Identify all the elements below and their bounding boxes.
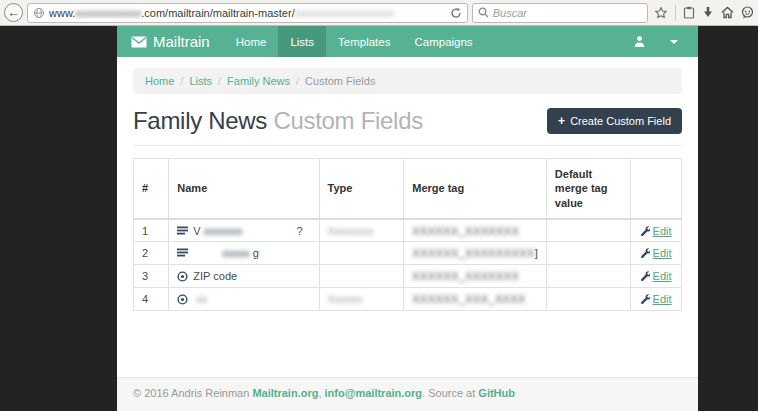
merge-tag-cell: XXXXXX_XXX_XXXX xyxy=(404,288,547,311)
nav-item-templates[interactable]: Templates xyxy=(326,26,402,57)
col-header-num: # xyxy=(134,159,169,219)
field-name-visible: ZIP code xyxy=(193,270,237,282)
table-row: 4 xx Xxxxxx XXXXX xyxy=(134,288,682,311)
footer-copyright: © 2016 Andris Reinman xyxy=(133,387,252,399)
footer-text: . Source at xyxy=(422,387,478,399)
search-bar[interactable] xyxy=(472,3,648,23)
user-icon xyxy=(633,35,646,48)
wrench-icon xyxy=(639,293,650,304)
merge-tag-blurred: XXXXXX_XXXXXXX xyxy=(412,225,519,237)
home-icon[interactable] xyxy=(721,6,734,19)
row-number: 1 xyxy=(134,219,169,242)
email-link[interactable]: info@mailtrain.org xyxy=(325,387,423,399)
back-button[interactable]: ← xyxy=(4,3,23,22)
plus-icon: + xyxy=(558,115,565,127)
chat-icon[interactable] xyxy=(741,6,754,19)
url-file-blurred: xxxxxxxxxxxxxxxxxx xyxy=(295,7,394,19)
breadcrumb-lists[interactable]: Lists xyxy=(189,75,212,87)
nav-item-home[interactable]: Home xyxy=(224,26,279,57)
list-icon xyxy=(177,226,188,236)
field-name-trailing: ? xyxy=(296,225,302,237)
globe-icon xyxy=(33,7,45,19)
type-blurred: Xxxxxx xyxy=(328,293,363,305)
list-icon xyxy=(177,248,188,258)
edit-link[interactable]: Edit xyxy=(653,270,672,282)
screen: ← www.xxxxxxxxxxxx.com/mailtrain/mailtra… xyxy=(0,0,758,411)
reload-icon[interactable] xyxy=(450,7,462,19)
name-cell: xx xyxy=(169,288,319,311)
page-subtitle: Custom Fields xyxy=(273,107,422,134)
record-icon xyxy=(177,294,188,305)
type-cell: Xxxxxxxx xyxy=(319,219,404,242)
page-header: Family News Custom Fields + Create Custo… xyxy=(133,107,682,135)
table-row: 3 ZIP code XXXXX xyxy=(134,265,682,288)
download-icon[interactable] xyxy=(702,6,714,19)
record-icon xyxy=(177,271,188,282)
merge-tag-cell: XXXXXX_XXXXXXXXX] xyxy=(404,242,547,265)
field-name-blurred: xx xyxy=(196,293,207,305)
user-menu[interactable] xyxy=(621,26,658,57)
col-header-name: Name xyxy=(169,159,319,219)
url-prefix: www. xyxy=(49,7,75,19)
dropdown-toggle[interactable] xyxy=(658,26,690,57)
field-name-blurred: xxxxx xyxy=(222,247,250,259)
type-cell xyxy=(319,265,404,288)
breadcrumb-separator: / xyxy=(180,75,183,87)
edit-link[interactable]: Edit xyxy=(653,293,672,305)
brand[interactable]: Mailtrain xyxy=(117,26,224,57)
row-number: 2 xyxy=(134,242,169,265)
type-cell xyxy=(319,242,404,265)
url-bar[interactable]: www.xxxxxxxxxxxx.com/mailtrain/mailtrain… xyxy=(27,3,468,23)
merge-tag-cell: XXXXXX_XXXXXXX xyxy=(404,219,547,242)
github-link[interactable]: GitHub xyxy=(478,387,515,399)
mailtrain-org-link[interactable]: Mailtrain.org xyxy=(252,387,318,399)
merge-tag-trailing: ] xyxy=(535,247,538,259)
star-icon[interactable] xyxy=(654,6,668,20)
merge-tag-blurred: XXXXXX_XXX_XXXX xyxy=(412,293,526,305)
actions-cell: Edit xyxy=(630,265,681,288)
envelope-icon xyxy=(131,36,147,48)
default-value-cell xyxy=(546,219,630,242)
actions-cell: Edit xyxy=(630,242,681,265)
url-domain-blurred: xxxxxxxxxxxx xyxy=(75,7,141,19)
merge-tag-blurred: XXXXXX_XXXXXXXXX xyxy=(412,247,535,259)
wrench-icon xyxy=(639,247,650,258)
nav-item-campaigns[interactable]: Campaigns xyxy=(402,26,484,57)
wrench-icon xyxy=(639,225,650,236)
url-text: www.xxxxxxxxxxxx.com/mailtrain/mailtrain… xyxy=(49,7,446,19)
title-divider xyxy=(133,145,682,146)
create-custom-field-button[interactable]: + Create Custom Field xyxy=(547,108,682,134)
merge-tag-cell: XXXXXX_XXXXXXX xyxy=(404,265,547,288)
col-header-actions xyxy=(630,159,681,219)
list-name: Family News xyxy=(133,107,267,134)
merge-tag-blurred: XXXXXX_XXXXXXX xyxy=(412,270,519,282)
name-cell: ZIP code xyxy=(169,265,319,288)
search-input[interactable] xyxy=(493,7,642,19)
custom-fields-table: # Name Type Merge tag Default merge tag … xyxy=(133,158,682,311)
chevron-down-icon xyxy=(670,40,678,44)
actions-cell: Edit xyxy=(630,288,681,311)
breadcrumb-separator: / xyxy=(296,75,299,87)
type-blurred: Xxxxxxxx xyxy=(328,225,374,237)
toolbar-icons xyxy=(654,5,754,21)
name-cell: xxxxx g xyxy=(169,242,319,265)
nav-item-lists[interactable]: Lists xyxy=(278,26,326,57)
toolbar-separator xyxy=(675,5,676,21)
clipboard-icon[interactable] xyxy=(683,6,695,19)
page-title: Family News Custom Fields xyxy=(133,107,423,135)
breadcrumb-home[interactable]: Home xyxy=(145,75,174,87)
navbar-right xyxy=(621,26,698,57)
breadcrumb-family-news[interactable]: Family News xyxy=(227,75,290,87)
page-viewport: Mailtrain Home Lists Templates Campaigns xyxy=(117,26,698,411)
browser-toolbar: ← www.xxxxxxxxxxxx.com/mailtrain/mailtra… xyxy=(0,0,758,26)
app-navbar: Mailtrain Home Lists Templates Campaigns xyxy=(117,26,698,57)
edit-link[interactable]: Edit xyxy=(653,225,672,237)
table-row: 2 xxxxx g XXXXXX_ xyxy=(134,242,682,265)
edit-link[interactable]: Edit xyxy=(653,247,672,259)
field-name-trailing: g xyxy=(253,247,259,259)
table-header-row: # Name Type Merge tag Default merge tag … xyxy=(134,159,682,219)
main-content: Home/Lists/Family News/Custom Fields Fam… xyxy=(117,57,698,377)
breadcrumb-current: Custom Fields xyxy=(305,75,375,87)
row-number: 3 xyxy=(134,265,169,288)
default-value-cell xyxy=(546,265,630,288)
